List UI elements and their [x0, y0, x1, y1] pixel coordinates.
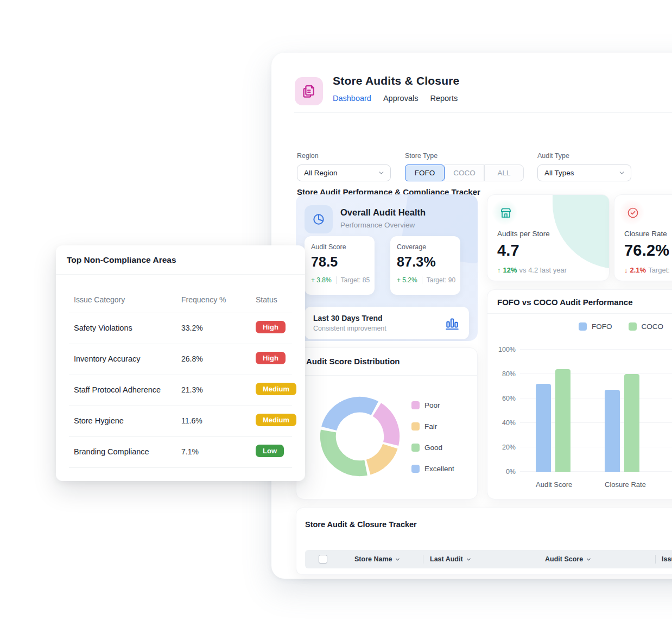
closure-rate-card: Closure Rate 76.2% ↓ 2.1% Target:	[614, 194, 672, 281]
column-header: Frequency %	[181, 295, 226, 304]
audit-type-label: Audit Type	[537, 152, 631, 160]
tracker-column-store-name[interactable]: Store Name	[354, 550, 401, 568]
store-tracker-card: Store Audit & Closure Tracker Store Name…	[296, 508, 672, 575]
bar-fofo-1	[605, 390, 620, 472]
column-separator	[423, 555, 423, 564]
legend-label: Fair	[424, 422, 437, 431]
store-type-filter: Store Type FOFOCOCOALL	[405, 152, 524, 181]
frequency-value: 7.1%	[181, 447, 199, 456]
delta-context: vs 4.2 last year	[519, 266, 567, 274]
status-badge: High	[256, 352, 286, 364]
header-tabs: DashboardApprovalsReports	[333, 94, 458, 103]
column-header: Status	[256, 295, 277, 304]
frequency-value: 11.6%	[181, 416, 202, 425]
x-axis-labels: Audit ScoreClosure Rate	[536, 480, 639, 489]
legend-swatch	[411, 422, 420, 431]
trend-title: Last 30 Days Trend	[313, 314, 386, 322]
tracker-column-audit-score[interactable]: Audit Score	[545, 550, 592, 568]
column-label: Last Audit	[430, 555, 463, 563]
metric-label: Coverage	[397, 243, 454, 251]
metric-value: 76.2%	[624, 242, 672, 259]
tab-dashboard[interactable]: Dashboard	[333, 94, 371, 103]
donut-chart	[318, 395, 402, 478]
audit-type-select[interactable]: All Types	[537, 164, 631, 181]
tracker-title: Store Audit & Closure Tracker	[305, 520, 417, 529]
issue-category: Staff Protocol Adherence	[74, 385, 161, 394]
legend-swatch	[411, 465, 420, 473]
chart-title: Audit Score Distribution	[306, 357, 400, 366]
y-tick-label: 100%	[492, 346, 516, 353]
legend-item-fair: Fair	[411, 422, 454, 431]
table-row: Safety Violations33.2%High	[56, 313, 305, 344]
store-type-all-button[interactable]: ALL	[484, 164, 524, 181]
y-tick-label: 20%	[492, 444, 516, 451]
tracker-column-last-audit[interactable]: Last Audit	[430, 550, 472, 568]
frequency-value: 33.2%	[181, 324, 203, 332]
donut-legend: PoorFairGoodExcellent	[411, 401, 454, 473]
y-tick-label: 40%	[492, 419, 516, 427]
select-all-checkbox[interactable]	[319, 555, 327, 564]
chevron-down-icon	[618, 169, 625, 176]
bar-group-0	[536, 350, 570, 472]
region-label: Region	[297, 152, 391, 160]
column-separator	[655, 555, 656, 564]
metric-label: Audit Score	[311, 243, 368, 251]
status-badge: Low	[256, 445, 284, 457]
arrow-down-icon: ↓	[624, 266, 628, 274]
status-badge: High	[256, 321, 286, 333]
fofo-coco-chart-card: FOFO vs COCO Audit Performance FOFOCOCO …	[487, 289, 672, 499]
sort-chevron-icon	[395, 556, 401, 562]
store-type-fofo-button[interactable]: FOFO	[405, 164, 445, 181]
pie-chart-icon-tile	[305, 205, 333, 233]
x-tick-label: Audit Score	[536, 480, 570, 489]
trend-card: Last 30 Days Trend Consistent improvemen…	[305, 307, 469, 339]
legend-swatch	[411, 401, 420, 409]
tracker-column-issues[interactable]: Issues	[662, 550, 672, 568]
store-type-coco-button[interactable]: COCO	[445, 164, 484, 181]
bar-fofo-0	[536, 384, 551, 472]
status-badge: Medium	[256, 414, 296, 426]
target-value: Target: 90	[422, 276, 455, 284]
column-label: Issues	[662, 555, 672, 563]
legend-item-fofo: FOFO	[579, 322, 612, 331]
table-row: Staff Protocol Adherence21.3%Medium	[56, 375, 305, 406]
check-circle-icon	[625, 205, 641, 221]
tab-reports[interactable]: Reports	[430, 94, 458, 103]
audit-type-value: All Types	[544, 169, 574, 177]
chevron-down-icon	[378, 169, 385, 176]
table-row: Branding Compliance7.1%Low	[56, 437, 305, 468]
bar-plot: 0%20%40%60%80%100%	[520, 350, 672, 472]
bar-group-1	[605, 350, 639, 472]
status-badge: Medium	[256, 383, 296, 395]
sort-chevron-icon	[466, 556, 472, 562]
divider	[296, 375, 477, 376]
column-label: Store Name	[354, 555, 392, 563]
chart-title: FOFO vs COCO Audit Performance	[497, 297, 633, 307]
legend-label: Excellent	[424, 465, 454, 473]
table-row: Inventory Accuracy26.8%High	[56, 344, 305, 375]
region-value: All Region	[304, 169, 338, 177]
coverage-subcard: Coverage 87.3% + 5.2% Target: 90	[390, 236, 460, 295]
legend-item-poor: Poor	[411, 401, 454, 409]
pie-chart-icon	[312, 212, 326, 226]
bar-groups	[536, 350, 639, 472]
column-label: Audit Score	[545, 555, 583, 563]
delta-value: 12%	[503, 266, 517, 274]
tracker-table-header: Store NameLast AuditAudit ScoreIssues	[305, 550, 672, 568]
metric-label: Closure Rate	[624, 230, 672, 238]
bar-legend: FOFOCOCO	[579, 322, 663, 331]
legend-label: Poor	[424, 401, 440, 409]
legend-swatch	[411, 444, 420, 452]
overall-audit-health-card: Overall Audit Health Performance Overvie…	[296, 194, 478, 341]
target-value: Target: 85	[336, 276, 370, 284]
legend-item-good: Good	[411, 444, 454, 452]
region-select[interactable]: All Region	[297, 164, 391, 181]
tab-approvals[interactable]: Approvals	[383, 94, 418, 103]
y-tick-label: 0%	[492, 468, 516, 476]
delta-context: Target:	[648, 266, 670, 274]
legend-label: Good	[424, 444, 442, 452]
column-header: Issue Category	[74, 295, 125, 304]
issue-category: Safety Violations	[74, 324, 132, 332]
legend-swatch	[579, 322, 587, 331]
metric-value: 87.3%	[397, 254, 454, 270]
